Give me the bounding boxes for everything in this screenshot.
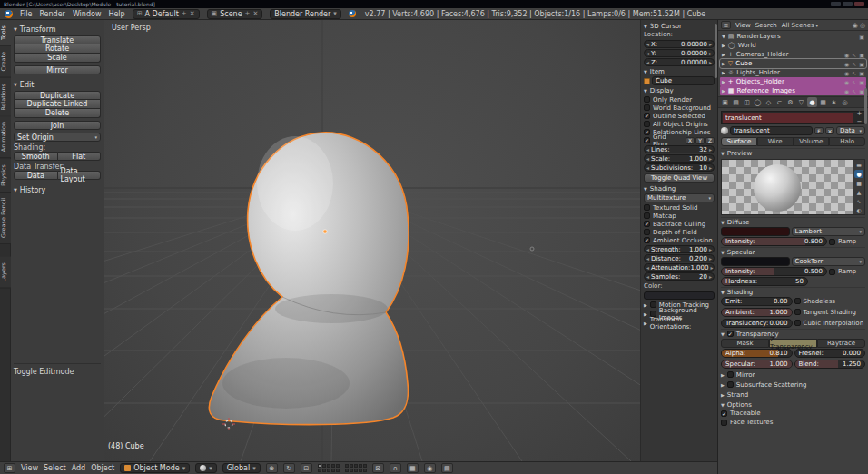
screen-layout-selector[interactable]: ⊞ A Default + ✕ (133, 9, 200, 19)
subsurface-scattering-panel-header[interactable]: ▶ Subsurface Scattering (721, 380, 865, 389)
visibility-icon[interactable]: ◉ (844, 88, 849, 94)
display-panel-header[interactable]: ▼ Display (644, 86, 715, 94)
preview-hair-icon[interactable]: ∿ (854, 197, 863, 205)
viewport-shading-dropdown[interactable]: ▾ (195, 463, 217, 473)
preview-monkey-icon[interactable]: ▲ (854, 188, 863, 196)
decrement-icon[interactable]: ◂ (646, 146, 649, 153)
renderability-icon[interactable]: ▣ (859, 79, 864, 85)
object-menu[interactable]: Object (91, 464, 114, 472)
strand-panel-header[interactable]: ▶ Strand (721, 390, 865, 399)
textured-solid-checkbox[interactable]: Textured Solid (644, 203, 715, 212)
tab-halo[interactable]: Halo (829, 137, 865, 146)
slot-add-icon[interactable]: + (857, 110, 863, 117)
object-name-field[interactable]: Cube (652, 76, 715, 85)
tab-render-icon[interactable]: ▣ (720, 97, 730, 107)
location-z-field[interactable]: ◂ Z: 0.00000 ▸ (644, 58, 715, 66)
close-button[interactable] (854, 2, 864, 6)
increment-icon[interactable]: ▸ (709, 255, 712, 262)
grid-lines-field[interactable]: ◂ Lines: 32 ▸ (644, 145, 715, 153)
material-browse-icon[interactable] (721, 127, 728, 134)
mirror-checkbox[interactable] (727, 371, 734, 378)
menu-file[interactable]: File (20, 10, 32, 18)
data-link-dropdown[interactable]: Data ▾ (836, 126, 865, 135)
join-button[interactable]: Join (14, 121, 101, 130)
increment-icon[interactable]: ▸ (709, 146, 712, 153)
scene-close-icon[interactable]: ✕ (252, 10, 258, 17)
location-x-field[interactable]: ◂ X: 0.00000 ▸ (644, 40, 715, 48)
blend-slider[interactable]: Blend: 1.250 (794, 360, 866, 369)
selectability-icon[interactable]: ↖ (852, 79, 856, 85)
blender-logo-icon[interactable] (5, 10, 13, 18)
editor-type-selector[interactable]: ⊞ (4, 463, 15, 473)
motion-tracking-checkbox[interactable] (650, 301, 656, 308)
preview-cube-icon[interactable]: ■ (854, 179, 863, 187)
raytrace-button[interactable]: Raytrace (817, 339, 865, 348)
selectability-icon[interactable]: ↖ (852, 61, 856, 67)
increment-icon[interactable]: ▸ (709, 155, 712, 162)
set-origin-dropdown[interactable]: Set Origin ▾ (14, 133, 101, 142)
viewport-3d[interactable]: User Persp (48) Cube (104, 20, 640, 461)
location-y-field[interactable]: ◂ Y: 0.00000 ▸ (644, 49, 715, 57)
history-panel-header[interactable]: ▼ History (14, 185, 101, 194)
visibility-icon[interactable]: ◉ (844, 70, 849, 76)
outliner-search-menu[interactable]: Search (755, 22, 777, 29)
outliner-search-icon[interactable]: ◎ (860, 22, 865, 29)
unlink-material-button[interactable]: ✕ (825, 127, 834, 134)
add-menu[interactable]: Add (72, 464, 86, 472)
layout-close-icon[interactable]: ✕ (190, 10, 195, 17)
slot-remove-icon[interactable]: − (857, 118, 863, 125)
expand-icon[interactable]: ▶ (722, 61, 725, 66)
grid-subdivisions-field[interactable]: ◂ Subdivisions: 10 ▸ (644, 163, 715, 172)
diffuse-ramp-checkbox[interactable]: Ramp (829, 238, 865, 246)
outliner-scope-dropdown[interactable]: All Scenes ▾ (782, 22, 818, 29)
tab-create[interactable]: Create (0, 46, 11, 78)
axis-y-toggle[interactable]: Y (695, 137, 705, 144)
decrement-icon[interactable]: ◂ (646, 41, 649, 47)
emit-slider[interactable]: Emit: 0.00 (721, 297, 793, 306)
properties-scrollbar[interactable] (864, 88, 867, 124)
only-render-checkbox[interactable]: Only Render (644, 95, 715, 104)
lock-to-scene-icon[interactable]: ⊠ (372, 463, 384, 473)
material-slot-translucent[interactable]: translucent (723, 113, 853, 123)
visibility-icon[interactable]: ◉ (844, 79, 849, 85)
traceable-checkbox[interactable]: ✓ Traceable (721, 409, 865, 418)
axis-z-toggle[interactable]: Z (705, 137, 715, 144)
increment-icon[interactable]: ▸ (709, 273, 712, 280)
increment-icon[interactable]: ▸ (709, 246, 712, 252)
increment-icon[interactable]: ▸ (709, 41, 712, 47)
decrement-icon[interactable]: ◂ (646, 50, 649, 56)
grid-floor-checkbox[interactable]: ✓ Grid Floor X Y Z (644, 136, 715, 144)
menu-render[interactable]: Render (39, 10, 64, 18)
item-panel-header[interactable]: ▼ Item (644, 67, 715, 75)
render-engine-selector[interactable]: Blender Render ▾ (270, 9, 341, 19)
axis-x-toggle[interactable]: X (686, 137, 695, 144)
empty-object-marker[interactable] (530, 247, 534, 251)
scene-add-icon[interactable]: + (245, 10, 251, 17)
diffuse-shader-dropdown[interactable]: Lambert ▾ (792, 227, 866, 236)
tab-wire[interactable]: Wire (757, 137, 794, 146)
scale-button[interactable]: Scale (14, 54, 101, 63)
outliner-row-renderlayers[interactable]: ▼ ▤ RenderLayers ▣ (720, 32, 866, 41)
world-background-checkbox[interactable]: World Background (644, 104, 715, 112)
ambient-occlusion-checkbox[interactable]: ✓ Ambient Occlusion (644, 236, 715, 244)
preview-sky-icon[interactable]: ◐ (854, 206, 863, 214)
mask-button[interactable]: Mask (721, 339, 769, 348)
renderability-icon[interactable]: ▣ (859, 70, 864, 76)
cursor-panel-header[interactable]: ▼ 3D Cursor (644, 22, 715, 30)
scene-browse-icon[interactable]: ▣ (212, 10, 218, 17)
expand-icon[interactable]: ▶ (722, 52, 725, 57)
selectability-icon[interactable]: ↖ (852, 52, 856, 58)
outliner-row-cube[interactable]: ▶ ▽ Cube ◉ ↖ ▣ (720, 59, 866, 68)
preview-flat-icon[interactable]: ▬ (854, 161, 863, 169)
material-name-field[interactable]: translucent (730, 126, 813, 135)
data-layout-button[interactable]: Data Layout (58, 171, 102, 180)
shadeless-checkbox[interactable]: Shadeless (794, 297, 866, 305)
depth-of-field-checkbox[interactable]: Depth of Field (644, 228, 715, 236)
tab-volume[interactable]: Volume (794, 137, 830, 146)
sss-checkbox[interactable] (727, 381, 734, 388)
outliner-row-objects-holder[interactable]: ▶ + Objects_Holder ◉ ↖ ▣ (720, 77, 866, 86)
specular-shader-dropdown[interactable]: CookTorr ▾ (792, 257, 866, 266)
mirror-panel-header[interactable]: ▶ Mirror (721, 370, 865, 379)
tab-particles-icon[interactable]: ∗ (829, 97, 839, 107)
alpha-slider[interactable]: Alpha: 0.810 (721, 349, 793, 358)
